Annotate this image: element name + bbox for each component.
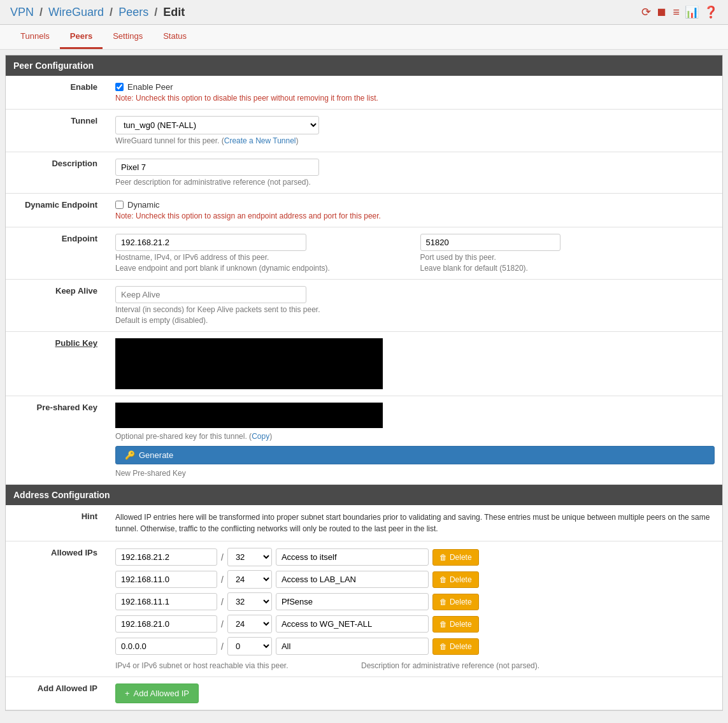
tunnel-label: Tunnel — [6, 110, 108, 152]
cidr-select-0[interactable]: 32 — [227, 548, 272, 566]
peer-config-header: Peer Configuration — [6, 55, 722, 76]
hint-row: Hint Allowed IP entries here will be tra… — [6, 505, 722, 541]
keepalive-help1: Interval (in seconds) for Keep Alive pac… — [115, 305, 715, 314]
add-allowed-ip-cell: + Add Allowed IP — [108, 677, 722, 710]
create-tunnel-link[interactable]: Create a New Tunnel — [224, 136, 296, 145]
allowed-ips-label: Allowed IPs — [6, 541, 108, 677]
hint-label: Hint — [6, 505, 108, 541]
stop-icon[interactable]: ⏹ — [656, 6, 667, 19]
endpoint-port-input[interactable] — [420, 234, 560, 251]
allowed-ips-cell: / 32 🗑 Delete / 24 — [108, 541, 722, 677]
allowed-ip-desc-0[interactable] — [276, 548, 429, 566]
generate-button[interactable]: 🔑 Generate — [115, 446, 715, 464]
allowed-ip-input-3[interactable] — [115, 615, 217, 633]
tabs-bar: Tunnels Peers Settings Status — [0, 25, 728, 50]
allowed-ip-desc-3[interactable] — [276, 615, 429, 633]
preshared-key-row: Pre-shared Key Optional pre-shared key f… — [6, 396, 722, 485]
endpoint-port-help1: Port used by this peer. — [420, 253, 715, 262]
description-input[interactable] — [115, 159, 319, 176]
sep2: / — [110, 6, 113, 18]
sep3: / — [154, 6, 157, 18]
slash-4: / — [221, 641, 224, 652]
allowed-ip-input-1[interactable] — [115, 571, 217, 588]
endpoint-right: Port used by this peer. Leave blank for … — [420, 234, 715, 273]
dynamic-endpoint-label: Dynamic Endpoint — [6, 194, 108, 227]
public-key-cell — [108, 332, 722, 396]
endpoint-label: Endpoint — [6, 227, 108, 280]
top-icons: ⟳ ⏹ ≡ 📊 ❓ — [641, 5, 718, 19]
top-bar: VPN / WireGuard / Peers / Edit ⟳ ⏹ ≡ 📊 ❓ — [0, 0, 728, 25]
endpoint-left: Hostname, IPv4, or IPv6 address of this … — [115, 234, 410, 273]
delete-button-4[interactable]: 🗑 Delete — [432, 638, 479, 655]
address-config-header: Address Configuration — [6, 485, 722, 505]
address-config-table: Hint Allowed IP entries here will be tra… — [6, 505, 722, 710]
tunnel-help: WireGuard tunnel for this peer. (Create … — [115, 136, 715, 145]
cidr-select-2[interactable]: 32 — [227, 592, 272, 611]
allowed-ip-input-4[interactable] — [115, 638, 217, 655]
preshared-copy-link[interactable]: Copy — [252, 432, 269, 441]
keepalive-row: Keep Alive Interval (in seconds) for Kee… — [6, 280, 722, 332]
endpoint-ip-input[interactable] — [115, 234, 306, 251]
tab-tunnels[interactable]: Tunnels — [10, 25, 60, 49]
endpoint-ip-help1: Hostname, IPv4, or IPv6 address of this … — [115, 253, 410, 262]
peer-config-table: Enable Enable Peer Note: Uncheck this op… — [6, 76, 722, 485]
tunnel-row: Tunnel tun_wg0 (NET-ALL) WireGuard tunne… — [6, 110, 722, 152]
allowed-ip-desc-2[interactable] — [276, 593, 429, 610]
preshared-key-cell: Optional pre-shared key for this tunnel.… — [108, 396, 722, 485]
allowed-ip-input-0[interactable] — [115, 548, 217, 566]
endpoint-group: Hostname, IPv4, or IPv6 address of this … — [115, 234, 715, 273]
allowed-ip-desc-1[interactable] — [276, 571, 429, 588]
description-help: Peer description for administrative refe… — [115, 178, 715, 187]
preshared-key-redacted — [115, 403, 383, 428]
plus-icon: + — [125, 689, 130, 698]
enable-checkbox[interactable] — [115, 83, 124, 91]
chart-icon[interactable]: 📊 — [685, 5, 699, 19]
dynamic-checkbox-label[interactable]: Dynamic — [115, 200, 715, 210]
enable-cell: Enable Peer Note: Uncheck this option to… — [108, 76, 722, 110]
keepalive-help2: Default is empty (disabled). — [115, 316, 715, 325]
add-allowed-ip-row: Add Allowed IP + Add Allowed IP — [6, 677, 722, 710]
allowed-ip-row-4: / 0 🗑 Delete — [115, 637, 715, 655]
breadcrumb-wireguard[interactable]: WireGuard — [48, 6, 104, 18]
new-preshared-key-label: New Pre-shared Key — [115, 469, 715, 478]
tunnel-select[interactable]: tun_wg0 (NET-ALL) — [115, 116, 319, 134]
allowed-ip-input-2[interactable] — [115, 593, 217, 610]
cidr-select-4[interactable]: 0 — [227, 637, 272, 655]
slash-1: / — [221, 575, 224, 585]
breadcrumb-peers[interactable]: Peers — [118, 6, 148, 18]
delete-button-3[interactable]: 🗑 Delete — [432, 616, 479, 633]
tab-settings[interactable]: Settings — [103, 25, 153, 49]
tab-status[interactable]: Status — [153, 25, 197, 49]
delete-button-1[interactable]: 🗑 Delete — [432, 571, 479, 588]
keepalive-input[interactable] — [115, 286, 306, 303]
slash-3: / — [221, 619, 224, 629]
menu-icon[interactable]: ≡ — [673, 6, 680, 19]
allowed-ip-desc-4[interactable] — [276, 638, 429, 655]
allowed-ip-row-0: / 32 🗑 Delete — [115, 548, 715, 566]
hint-text: Allowed IP entries here will be transfor… — [115, 512, 715, 534]
delete-button-0[interactable]: 🗑 Delete — [432, 549, 479, 566]
endpoint-ip-help2: Leave endpoint and port blank if unknown… — [115, 264, 410, 273]
dynamic-endpoint-cell: Dynamic Note: Uncheck this option to ass… — [108, 194, 722, 227]
main-content: Peer Configuration Enable Enable Peer No… — [5, 55, 723, 711]
hint-cell: Allowed IP entries here will be transfor… — [108, 505, 722, 541]
cidr-select-3[interactable]: 24 — [227, 615, 272, 633]
help-icon[interactable]: ❓ — [704, 5, 718, 19]
slash-0: / — [221, 552, 224, 562]
trash-icon-0: 🗑 — [439, 553, 447, 562]
endpoint-row: Endpoint Hostname, IPv4, or IPv6 address… — [6, 227, 722, 280]
trash-icon-3: 🗑 — [439, 620, 447, 629]
ip-help: IPv4 or IPv6 subnet or host reachable vi… — [115, 661, 351, 670]
refresh-icon[interactable]: ⟳ — [641, 5, 651, 19]
preshared-help: Optional pre-shared key for this tunnel.… — [115, 432, 715, 441]
enable-checkbox-label[interactable]: Enable Peer — [115, 82, 715, 92]
tab-peers[interactable]: Peers — [60, 25, 103, 49]
cidr-select-1[interactable]: 24 — [227, 570, 272, 589]
public-key-redacted — [115, 338, 383, 389]
delete-button-2[interactable]: 🗑 Delete — [432, 594, 479, 610]
add-allowed-ip-button[interactable]: + Add Allowed IP — [115, 684, 199, 703]
keepalive-cell: Interval (in seconds) for Keep Alive pac… — [108, 280, 722, 332]
breadcrumb-vpn[interactable]: VPN — [10, 6, 34, 18]
tunnel-cell: tun_wg0 (NET-ALL) WireGuard tunnel for t… — [108, 110, 722, 152]
dynamic-checkbox[interactable] — [115, 201, 124, 209]
